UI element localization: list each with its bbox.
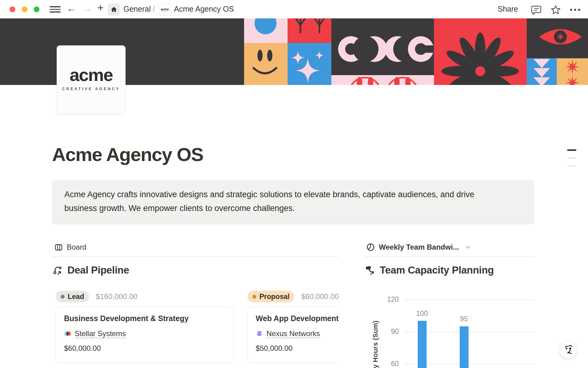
zoom-window-button[interactable] xyxy=(34,6,40,12)
cover-tile-eye xyxy=(527,18,588,58)
status-badge-lead[interactable]: Lead xyxy=(56,291,89,302)
cover-tile-sparkles xyxy=(288,43,331,85)
new-page-plus-icon[interactable]: + xyxy=(97,2,104,14)
board-tab-label: Board xyxy=(67,243,86,251)
bar-value-label: 100 xyxy=(410,309,434,318)
page-icon-logo[interactable]: acme CREATIVE AGENCY xyxy=(57,45,126,114)
tab-board-view[interactable]: Board xyxy=(55,242,86,253)
chart-y-axis-label: Capacity Hours (Sum) xyxy=(371,320,379,368)
breadcrumb-workspace[interactable]: General xyxy=(123,5,151,13)
deal-title: Business Development & Strategy xyxy=(64,314,225,323)
client-link[interactable]: Stellar Systems xyxy=(64,329,225,338)
favorite-star-icon[interactable] xyxy=(550,4,561,17)
more-options-icon[interactable] xyxy=(569,6,581,15)
forward-arrow-icon[interactable]: → xyxy=(83,2,92,15)
hammer-icon xyxy=(365,265,375,275)
left-column-divider xyxy=(52,256,338,257)
back-arrow-icon[interactable]: ← xyxy=(67,2,76,15)
deal-card[interactable]: Web App Development Nexus Networks $50,0… xyxy=(247,307,338,363)
logo-brand-text: acme xyxy=(57,64,126,85)
page-title[interactable]: Acme Agency OS xyxy=(52,144,203,165)
share-button[interactable]: Share xyxy=(498,5,518,13)
y-tick-60: 60 xyxy=(380,360,399,368)
home-icon xyxy=(110,6,118,13)
deal-amount: $60,000.00 xyxy=(64,344,225,353)
deal-pipeline-heading[interactable]: Deal Pipeline xyxy=(53,264,129,276)
deal-card[interactable]: Business Development & Strategy Stellar … xyxy=(56,307,234,363)
group-sum: $160,000.00 xyxy=(96,292,138,301)
comments-icon[interactable] xyxy=(531,4,542,17)
right-column-divider xyxy=(364,256,534,257)
capacity-bar-2[interactable] xyxy=(460,326,469,368)
y-tick-90: 90 xyxy=(380,328,399,336)
cover-tile-pink-circle xyxy=(244,18,288,43)
client-link[interactable]: Nexus Networks xyxy=(256,329,338,338)
deal-title: Web App Development xyxy=(256,314,338,323)
group-sum: $60,000.00 xyxy=(301,292,338,301)
gridline-120 xyxy=(404,299,534,300)
ai-face-icon xyxy=(560,341,577,358)
team-capacity-heading[interactable]: Team Capacity Planning xyxy=(365,264,494,276)
logo-tagline: CREATIVE AGENCY xyxy=(57,87,126,91)
callout-text: Acme Agency crafts innovative designs an… xyxy=(64,188,493,215)
stellar-systems-icon xyxy=(64,330,71,337)
status-dot xyxy=(252,295,256,299)
home-breadcrumb-button[interactable] xyxy=(108,3,120,16)
chevron-down-icon xyxy=(465,244,471,250)
cover-tile-smiley xyxy=(244,43,288,85)
deal-amount: $50,000.00 xyxy=(256,344,338,353)
board-view-icon xyxy=(55,243,63,251)
cover-tile-flower xyxy=(434,18,527,85)
cover-tile-pink-smileys xyxy=(331,75,434,85)
cover-tile-triangles xyxy=(527,58,557,85)
cover-tile-stars xyxy=(557,58,588,85)
nexus-networks-icon xyxy=(256,330,263,337)
close-window-button[interactable] xyxy=(9,6,15,12)
toolbar: ← → + General / acme Acme Agency OS Shar… xyxy=(0,0,588,18)
cover-tile-red-sparks xyxy=(288,18,331,43)
y-tick-120: 120 xyxy=(380,295,399,304)
sidebar-menu-icon[interactable] xyxy=(50,6,61,13)
minimize-window-button[interactable] xyxy=(22,6,28,12)
view-label: Weekly Team Bandwi... xyxy=(379,243,459,251)
breadcrumb-page[interactable]: Acme Agency OS xyxy=(174,5,234,13)
capacity-bar-1[interactable] xyxy=(418,321,427,368)
notion-window: ← → + General / acme Acme Agency OS Shar… xyxy=(0,0,588,368)
status-dot xyxy=(61,295,65,299)
status-badge-proposal[interactable]: Proposal xyxy=(247,291,294,302)
breadcrumb-page-icon[interactable]: acme xyxy=(159,3,171,16)
cover-tile-oddc xyxy=(331,18,434,75)
pipeline-sync-icon xyxy=(53,265,63,275)
kanban-board[interactable]: Lead $160,000.00 Business Development & … xyxy=(52,288,338,368)
chart-view-selector[interactable]: Weekly Team Bandwi... xyxy=(366,242,471,253)
notion-ai-button[interactable] xyxy=(559,340,577,359)
bar-value-label: 95 xyxy=(452,315,476,323)
breadcrumb-separator: / xyxy=(153,5,155,13)
pie-chart-icon xyxy=(366,243,375,251)
callout-block[interactable]: Acme Agency crafts innovative designs an… xyxy=(52,180,534,224)
